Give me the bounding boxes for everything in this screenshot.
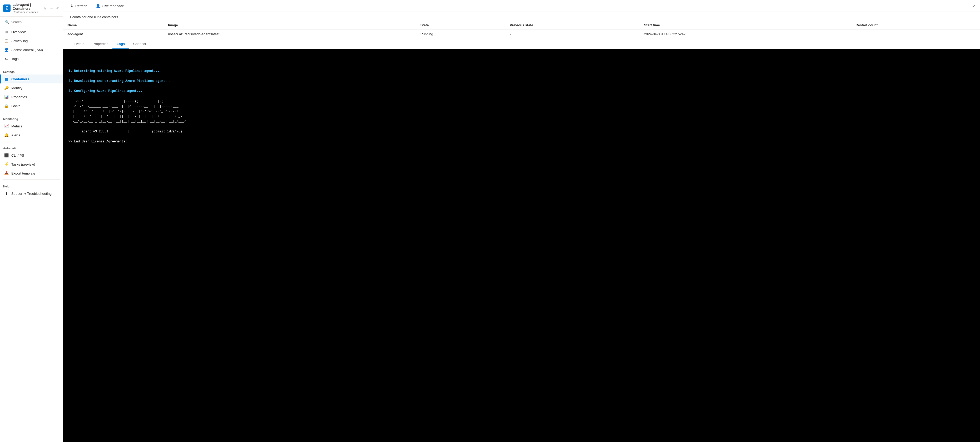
cell-name: ado-agent bbox=[63, 30, 164, 39]
terminal-line: 1. Determining matching Azure Pipelines … bbox=[68, 69, 975, 74]
sidebar-item-tasks[interactable]: ⚡ Tasks (preview) bbox=[0, 160, 63, 169]
sidebar-item-export-template[interactable]: 📤 Export template bbox=[0, 169, 63, 178]
app-icon: 🗄 bbox=[3, 5, 11, 12]
sidebar-item-metrics[interactable]: 📈 Metrics bbox=[0, 122, 63, 130]
section-settings-header: Settings bbox=[0, 67, 63, 75]
access-control-icon: 👤 bbox=[4, 48, 9, 52]
cell-restart-count: 0 bbox=[851, 30, 980, 39]
sidebar-item-cli-ps[interactable]: ⬛ CLI / PS bbox=[0, 151, 63, 160]
overview-label: Overview bbox=[11, 30, 25, 34]
tab-connect[interactable]: Connect bbox=[129, 39, 150, 49]
tab-logs[interactable]: Logs bbox=[113, 39, 129, 49]
sidebar-item-activity-log[interactable]: 📋 Activity log bbox=[0, 37, 63, 45]
cell-previous-state: - bbox=[506, 30, 640, 39]
summary-text: 1 container and 0 init containers bbox=[70, 15, 118, 19]
locks-icon: 🔒 bbox=[4, 103, 9, 108]
containers-icon: ▦ bbox=[4, 76, 9, 81]
terminal-line: \__\_/__\__._|_|__\__||__||__||__|__|__|… bbox=[68, 119, 975, 124]
sidebar: 🗄 ado-agent | Containers Container insta… bbox=[0, 0, 63, 442]
terminal-line: /--\ |-----() |-( bbox=[68, 99, 975, 104]
col-image: Image bbox=[164, 21, 416, 30]
tab-events[interactable]: Events bbox=[70, 39, 89, 49]
export-template-icon: 📤 bbox=[4, 171, 9, 176]
sidebar-item-tags[interactable]: 🏷 Tags bbox=[0, 54, 63, 63]
refresh-button[interactable]: ↻ Refresh bbox=[67, 2, 91, 10]
sidebar-header: 🗄 ado-agent | Containers Container insta… bbox=[0, 0, 63, 17]
sidebar-item-alerts[interactable]: 🔔 Alerts bbox=[0, 130, 63, 140]
sidebar-item-support[interactable]: ℹ Support + Troubleshooting bbox=[0, 189, 63, 198]
refresh-label: Refresh bbox=[75, 4, 88, 8]
tab-properties[interactable]: Properties bbox=[89, 39, 113, 49]
properties-label: Properties bbox=[11, 95, 27, 99]
properties-icon: 📊 bbox=[4, 94, 9, 99]
tags-label: Tags bbox=[11, 57, 18, 61]
cli-label: CLI / PS bbox=[11, 153, 24, 157]
sidebar-item-properties[interactable]: 📊 Properties bbox=[0, 92, 63, 101]
cell-start-time: 2024-04-08T14:36:22.524Z bbox=[640, 30, 851, 39]
sidebar-item-overview[interactable]: ⊞ Overview bbox=[0, 27, 63, 37]
expand-icon[interactable]: ⤢ bbox=[972, 3, 976, 8]
terminal-line: 2. Downloading and extracting Azure Pipe… bbox=[68, 79, 975, 84]
containers-table: Name Image State Previous state Start ti… bbox=[63, 21, 980, 39]
metrics-icon: 📈 bbox=[4, 124, 9, 129]
favorite-icon[interactable]: ☆ bbox=[43, 6, 47, 10]
support-label: Support + Troubleshooting bbox=[11, 192, 52, 196]
feedback-icon: 👤 bbox=[96, 4, 100, 8]
terminal[interactable]: 1. Determining matching Azure Pipelines … bbox=[63, 49, 980, 442]
tags-icon: 🏷 bbox=[4, 56, 9, 61]
app-name: ado-agent | Containers bbox=[13, 3, 41, 11]
search-input[interactable] bbox=[11, 20, 58, 24]
sidebar-item-containers[interactable]: ▦ Containers bbox=[0, 75, 63, 83]
terminal-line: | | \/ / | / |-/ \/|- |-/ |/-/-\/ /-/_|/… bbox=[68, 109, 975, 114]
col-restart-count: Restart count bbox=[851, 21, 980, 30]
containers-table-container: Name Image State Previous state Start ti… bbox=[63, 21, 980, 39]
identity-label: Identity bbox=[11, 86, 22, 90]
activity-log-label: Activity log bbox=[11, 39, 28, 43]
tasks-label: Tasks (preview) bbox=[11, 162, 35, 166]
col-start-time: Start time bbox=[640, 21, 851, 30]
containers-label: Containers bbox=[11, 77, 29, 81]
terminal-line: / /\ \______ ___--___ | |/ .----__ .| |-… bbox=[68, 104, 975, 109]
identity-icon: 🔑 bbox=[4, 86, 9, 90]
main-content: ↻ Refresh 👤 Give feedback ⤢ 1 container … bbox=[63, 0, 980, 442]
collapse-sidebar-button[interactable]: « bbox=[55, 5, 60, 11]
more-options-icon[interactable]: ··· bbox=[50, 6, 53, 11]
terminal-line bbox=[68, 94, 975, 99]
section-monitoring-header: Monitoring bbox=[0, 114, 63, 122]
search-box[interactable]: 🔍 bbox=[3, 19, 60, 25]
sidebar-item-identity[interactable]: 🔑 Identity bbox=[0, 83, 63, 92]
divider-automation bbox=[3, 141, 60, 142]
table-row[interactable]: ado-agent riosacr.azurecr.io/ado-agent:l… bbox=[63, 30, 980, 39]
locks-label: Locks bbox=[11, 104, 20, 108]
terminal-line: >> End User License Agreements: bbox=[68, 139, 975, 144]
feedback-button[interactable]: 👤 Give feedback bbox=[93, 2, 127, 10]
support-icon: ℹ bbox=[4, 191, 9, 196]
sidebar-item-access-control[interactable]: 👤 Access control (IAM) bbox=[0, 45, 63, 54]
refresh-icon: ↻ bbox=[70, 4, 74, 8]
tasks-icon: ⚡ bbox=[4, 162, 9, 167]
search-icon: 🔍 bbox=[5, 20, 9, 24]
col-state: State bbox=[416, 21, 506, 30]
overview-icon: ⊞ bbox=[4, 30, 9, 34]
toolbar: ↻ Refresh 👤 Give feedback ⤢ bbox=[63, 0, 980, 12]
cli-icon: ⬛ bbox=[4, 153, 9, 158]
sidebar-item-locks[interactable]: 🔒 Locks bbox=[0, 101, 63, 110]
section-automation-header: Automation bbox=[0, 143, 63, 151]
section-help-header: Help bbox=[0, 181, 63, 189]
terminal-line bbox=[68, 74, 975, 79]
col-name: Name bbox=[63, 21, 164, 30]
terminal-line: 3. Configuring Azure Pipelines agent... bbox=[68, 89, 975, 94]
export-template-label: Export template bbox=[11, 172, 35, 175]
col-previous-state: Previous state bbox=[506, 21, 640, 30]
divider-help bbox=[3, 179, 60, 180]
terminal-line bbox=[68, 64, 975, 68]
terminal-line bbox=[68, 134, 975, 139]
alerts-icon: 🔔 bbox=[4, 133, 9, 137]
sidebar-title-block: ado-agent | Containers Container instanc… bbox=[13, 3, 41, 14]
tabs-container: Events Properties Logs Connect bbox=[63, 39, 980, 49]
terminal-line: || bbox=[68, 124, 975, 129]
cell-state: Running bbox=[416, 30, 506, 39]
divider-settings bbox=[3, 65, 60, 65]
access-control-label: Access control (IAM) bbox=[11, 48, 43, 52]
terminal-line: | | / / || | / || || || / | | || / | | /… bbox=[68, 114, 975, 119]
